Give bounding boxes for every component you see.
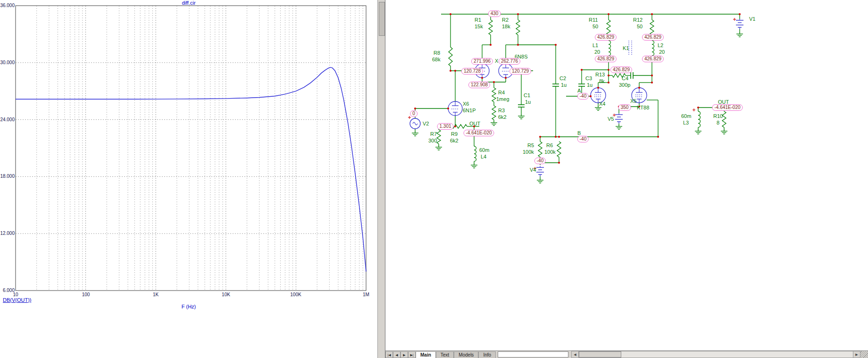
scroll-left-button[interactable]: ◀ — [571, 351, 579, 358]
next-page-button[interactable]: ▶ — [401, 351, 408, 358]
tab-main[interactable]: Main — [416, 351, 436, 358]
first-page-button[interactable]: |◀ — [385, 351, 393, 358]
scrollbar-thumb[interactable] — [579, 351, 621, 358]
x-tick-label: 1M — [357, 292, 376, 297]
y-tick-label: 36.000 — [0, 3, 15, 8]
x-tick-label: 10K — [217, 292, 235, 297]
tab-text[interactable]: Text — [436, 351, 454, 358]
prev-page-button[interactable]: ◀ — [393, 351, 401, 358]
last-page-button[interactable]: ▶| — [408, 351, 416, 358]
scrollbar-track[interactable] — [579, 351, 853, 358]
x-tick-label: 100K — [286, 292, 305, 297]
tab-info[interactable]: Info — [478, 351, 496, 358]
schematic-window — [385, 0, 868, 350]
schematic-canvas[interactable] — [385, 0, 868, 350]
microcap-workspace: diff.cir 36.000 30.000 24.000 18.000 12.… — [0, 0, 868, 358]
scrollbar-thumb[interactable] — [379, 2, 385, 36]
curve-legend[interactable]: DB(V(OUT)) — [3, 297, 32, 303]
plot-canvas[interactable] — [0, 0, 377, 311]
y-tick-label: 24.000 — [0, 117, 15, 122]
analysis-plot-window: diff.cir 36.000 30.000 24.000 18.000 12.… — [0, 0, 377, 358]
y-tick-label: 12.000 — [0, 231, 15, 236]
y-tick-label: 18.000 — [0, 174, 15, 179]
schematic-statusbar: |◀ ◀ ▶ ▶| Main Text Models Info ◀ ▶ — [385, 350, 868, 358]
scroll-right-button[interactable]: ▶ — [853, 351, 860, 358]
horizontal-scrollbar[interactable]: ◀ ▶ — [571, 351, 860, 358]
tab-models[interactable]: Models — [454, 351, 478, 358]
page-name-field[interactable] — [498, 351, 568, 358]
resize-grip[interactable] — [860, 351, 868, 358]
y-tick-label: 30.000 — [0, 60, 15, 65]
plot-vertical-scrollbar[interactable] — [377, 0, 385, 358]
x-tick-label: 100 — [76, 292, 95, 297]
x-axis-label: F (Hz) — [0, 304, 377, 309]
x-tick-label: 1K — [146, 292, 165, 297]
x-tick-label: 10 — [6, 292, 25, 297]
